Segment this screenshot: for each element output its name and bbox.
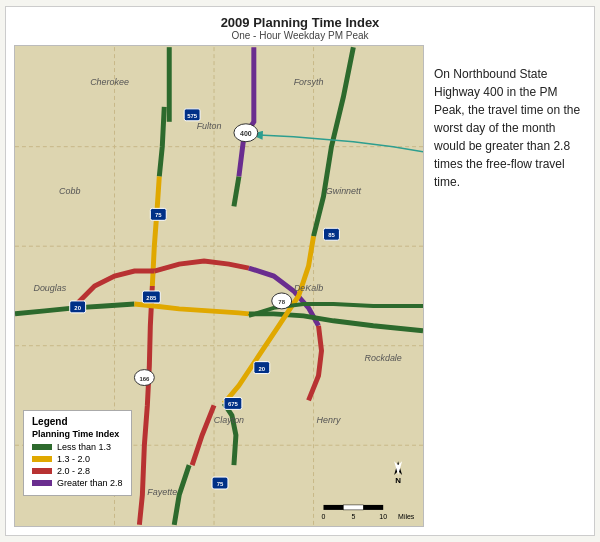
svg-rect-48: [343, 505, 363, 510]
svg-text:Cherokee: Cherokee: [90, 77, 129, 87]
legend-label-2: 1.3 - 2.0: [57, 454, 90, 464]
legend-label-1: Less than 1.3: [57, 442, 111, 452]
annotation-text: On Northbound State Highway 400 in the P…: [434, 65, 586, 191]
svg-text:285: 285: [146, 295, 157, 301]
map-area: 575 400 75 285 20 20 78: [14, 45, 424, 527]
svg-text:DeKalb: DeKalb: [294, 283, 323, 293]
annotation-panel: On Northbound State Highway 400 in the P…: [424, 45, 586, 527]
main-container: 2009 Planning Time Index One - Hour Week…: [5, 6, 595, 536]
svg-text:20: 20: [258, 366, 265, 372]
svg-text:Clayton: Clayton: [214, 415, 244, 425]
main-content: 575 400 75 285 20 20 78: [14, 45, 586, 527]
legend-title: Legend: [32, 416, 123, 427]
svg-text:Miles: Miles: [398, 513, 415, 520]
svg-text:Cobb: Cobb: [59, 186, 80, 196]
svg-text:Forsyth: Forsyth: [294, 77, 324, 87]
legend-item-1: Less than 1.3: [32, 442, 123, 452]
svg-text:Rockdale: Rockdale: [365, 353, 402, 363]
svg-text:0: 0: [322, 513, 326, 520]
svg-text:85: 85: [328, 232, 335, 238]
svg-text:10: 10: [379, 513, 387, 520]
svg-text:Gwinnett: Gwinnett: [326, 186, 362, 196]
svg-text:Fulton: Fulton: [197, 121, 222, 131]
legend-color-4: [32, 480, 52, 486]
legend-color-2: [32, 456, 52, 462]
svg-rect-49: [363, 505, 383, 510]
svg-text:Henry: Henry: [317, 415, 341, 425]
svg-text:75: 75: [217, 481, 224, 487]
sub-title: One - Hour Weekday PM Peak: [14, 30, 586, 41]
legend-label-3: 2.0 - 2.8: [57, 466, 90, 476]
title-area: 2009 Planning Time Index One - Hour Week…: [14, 15, 586, 41]
legend-item-3: 2.0 - 2.8: [32, 466, 123, 476]
svg-text:Fayette: Fayette: [147, 487, 177, 497]
svg-text:N: N: [395, 476, 401, 485]
svg-rect-47: [323, 505, 343, 510]
legend-label-4: Greater than 2.8: [57, 478, 123, 488]
svg-text:166: 166: [139, 376, 150, 382]
legend-item-4: Greater than 2.8: [32, 478, 123, 488]
main-title: 2009 Planning Time Index: [14, 15, 586, 30]
svg-text:400: 400: [240, 130, 252, 137]
svg-text:75: 75: [155, 212, 162, 218]
svg-text:5: 5: [351, 513, 355, 520]
legend: Legend Planning Time Index Less than 1.3…: [23, 410, 132, 496]
svg-text:78: 78: [278, 299, 285, 305]
svg-text:20: 20: [74, 305, 81, 311]
svg-text:Douglas: Douglas: [33, 283, 66, 293]
legend-color-3: [32, 468, 52, 474]
legend-color-1: [32, 444, 52, 450]
legend-item-2: 1.3 - 2.0: [32, 454, 123, 464]
svg-text:675: 675: [228, 401, 239, 407]
legend-subtitle: Planning Time Index: [32, 429, 123, 439]
svg-text:575: 575: [187, 113, 198, 119]
